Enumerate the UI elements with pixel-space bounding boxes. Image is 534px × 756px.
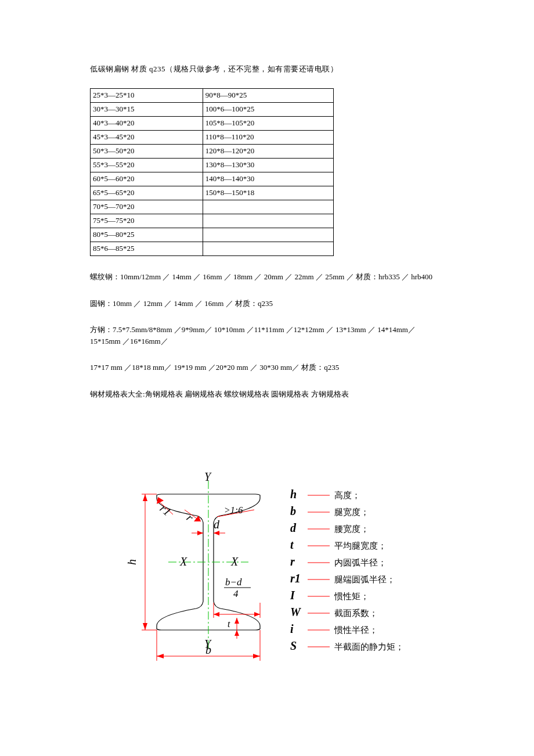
svg-marker-15 [214,531,219,535]
table-cell: 100*6—100*25 [203,103,333,117]
svg-marker-19 [194,516,201,521]
table-cell: 70*5—70*20 [91,200,203,214]
legend-text: 腰宽度； [334,524,369,534]
i-beam-diagram: h b d X X Y Y r1 [122,469,412,684]
table-row: 50*3—50*20120*8—120*20 [91,145,334,159]
svg-marker-25 [254,612,260,617]
table-row: 75*5—75*20 [91,214,334,228]
legend-text: 高度； [334,491,360,500]
legend-symbol: h [290,488,297,501]
legend-text: 惯性矩； [334,592,369,601]
table-cell [203,200,333,214]
dim-r: r [184,511,196,524]
table-cell: 30*3—30*15 [91,103,203,117]
table-cell: 80*5—80*25 [91,228,203,242]
legend-text: 腿宽度； [334,507,369,517]
dim-t: t [228,619,230,629]
para-square-1: 方钢：7.5*7.5mm/8*8mm ／9*9mm／ 10*10mm ／11*1… [90,324,444,347]
page-title: 低碳钢扁钢 材质 q235（规格只做参考，还不完整，如有需要还请电联） [90,64,444,74]
table-cell [203,228,333,242]
table-cell: 85*6—85*25 [91,242,203,256]
table-cell [203,214,333,228]
legend-text: 腿端圆弧半径； [334,575,395,584]
axis-x-left: X [179,555,187,568]
legend-text: 内圆弧半径； [334,558,387,567]
axis-x-right: X [230,555,239,568]
legend-symbol: d [290,521,297,534]
svg-marker-6 [143,623,147,630]
table-cell: 65*5—65*20 [91,186,203,200]
legend-symbol: t [290,538,294,551]
legend-symbol: I [290,589,295,602]
svg-marker-24 [214,612,219,617]
table-row: 45*3—45*20110*8—110*20 [91,131,334,145]
legend-text: 惯性半径； [334,625,378,635]
svg-marker-5 [143,494,147,501]
table-cell: 60*5—60*20 [91,172,203,186]
legend-symbol: i [290,622,294,635]
table-cell: 150*8—150*18 [203,186,333,200]
legend-text: 截面系数； [334,609,378,618]
svg-marker-11 [253,654,260,658]
legend-symbol: r1 [290,572,301,585]
dim-bd-top: b−d [225,577,242,588]
table-row: 85*6—85*25 [91,242,334,256]
table-cell: 45*3—45*20 [91,131,203,145]
svg-marker-10 [157,654,164,658]
table-cell: 130*8—130*30 [203,159,333,172]
legend-text: 半截面的静力矩； [334,642,404,651]
table-cell: 140*8—140*30 [203,172,333,186]
dim-d: d [214,518,220,531]
para-rebar: 螺纹钢：10mm/12mm ／ 14mm ／ 16mm ／ 18mm ／ 20m… [90,271,444,283]
legend-symbol: b [290,505,296,517]
para-summary: 钢材规格表大全:角钢规格表 扁钢规格表 螺纹钢规格表 圆钢规格表 方钢规格表 [90,388,444,400]
spec-table: 25*3—25*1090*8—90*2530*3—30*15100*6—100*… [90,88,334,256]
slope-label: >1:6 [224,505,243,515]
legend-symbol: W [290,606,301,618]
legend-symbol: S [290,639,297,652]
dim-h: h [125,559,138,565]
para-round: 圆钢：10mm ／ 12mm ／ 14mm ／ 16mm ／ 材质：q235 [90,298,444,309]
svg-marker-29 [234,630,239,636]
legend-text: 平均腿宽度； [334,541,387,550]
table-cell: 90*8—90*25 [203,89,333,103]
table-row: 70*5—70*20 [91,200,334,214]
legend-symbol: r [290,555,295,568]
dim-bd-bot: 4 [233,588,239,599]
svg-marker-28 [234,618,239,624]
table-cell: 105*8—105*20 [203,117,333,131]
axis-y-bot: Y [204,638,212,650]
axis-y-top: Y [204,470,212,483]
table-cell: 55*3—55*20 [91,159,203,172]
table-cell: 40*3—40*20 [91,117,203,131]
table-row: 65*5—65*20150*8—150*18 [91,186,334,200]
table-row: 80*5—80*25 [91,228,334,242]
para-square-2: 17*17 mm ／18*18 mm／ 19*19 mm ／20*20 mm ／… [90,362,444,373]
table-cell: 110*8—110*20 [203,131,333,145]
table-cell: 75*5—75*20 [91,214,203,228]
table-row: 30*3—30*15100*6—100*25 [91,103,334,117]
table-row: 40*3—40*20105*8—105*20 [91,117,334,131]
table-row: 55*3—55*20130*8—130*30 [91,159,334,172]
table-cell: 50*3—50*20 [91,145,203,159]
table-row: 25*3—25*1090*8—90*25 [91,89,334,103]
table-row: 60*5—60*20140*8—140*30 [91,172,334,186]
table-cell [203,242,333,256]
svg-marker-14 [197,531,203,535]
table-cell: 25*3—25*10 [91,89,203,103]
table-cell: 120*8—120*20 [203,145,333,159]
